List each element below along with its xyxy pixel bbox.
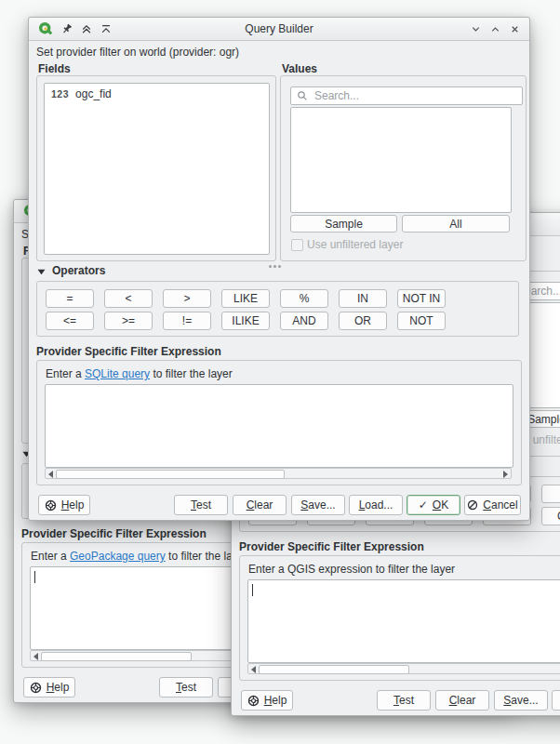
- splitter-handle[interactable]: [269, 265, 272, 268]
- fields-list[interactable]: 123 ogc_fid: [44, 83, 270, 255]
- all-button[interactable]: All: [402, 215, 510, 232]
- check-icon: ✓: [419, 498, 428, 512]
- text-cursor: [252, 584, 253, 596]
- horizontal-scrollbar[interactable]: [247, 663, 560, 674]
- op-eq-button[interactable]: =: [46, 289, 94, 308]
- op-in-button[interactable]: IN: [339, 289, 387, 308]
- test-button[interactable]: Test: [159, 677, 213, 698]
- titlebar[interactable]: Query Builder: [29, 18, 529, 41]
- load-button[interactable]: Load...: [552, 690, 560, 711]
- search-placeholder: Search...: [314, 89, 359, 102]
- collapse-icon[interactable]: [81, 23, 92, 34]
- op-like-button[interactable]: LIKE: [221, 289, 270, 308]
- save-button[interactable]: Save...: [494, 690, 548, 711]
- op-ge-button[interactable]: >=: [104, 312, 153, 330]
- op-or-button[interactable]: OR: [339, 312, 387, 330]
- help-button[interactable]: Help: [241, 690, 293, 711]
- scroll-left-arrow[interactable]: [33, 653, 38, 660]
- provider-expression-label: Provider Specific Filter Expression: [239, 540, 424, 553]
- fields-label: Fields: [38, 62, 71, 75]
- scroll-right-arrow[interactable]: [503, 471, 508, 478]
- expression-textarea[interactable]: [45, 384, 513, 468]
- help-icon: [30, 682, 42, 694]
- sample-button[interactable]: Sample: [290, 215, 397, 232]
- op-gt-button[interactable]: >: [163, 289, 211, 308]
- values-list[interactable]: [290, 107, 512, 213]
- search-icon: [297, 90, 308, 101]
- ok-button[interactable]: ✓OK: [407, 495, 460, 515]
- scrollbar-thumb[interactable]: [259, 665, 409, 674]
- maximize-icon[interactable]: [490, 24, 500, 34]
- close-icon[interactable]: [510, 24, 520, 34]
- qgis-logo-icon: [38, 21, 53, 36]
- help-button[interactable]: Help: [23, 677, 75, 698]
- query-builder-dialog: Query Builder Set provider filter on wor…: [28, 17, 530, 521]
- op-percent-button[interactable]: %: [280, 289, 328, 308]
- provider-expression-label: Provider Specific Filter Expression: [36, 345, 221, 358]
- test-button[interactable]: Test: [377, 690, 431, 711]
- expression-textarea[interactable]: [247, 579, 560, 663]
- op-lt-button[interactable]: <: [104, 289, 153, 308]
- op-in-button[interactable]: IN: [541, 485, 560, 503]
- values-label: Values: [282, 62, 317, 75]
- pin-icon[interactable]: [61, 23, 73, 34]
- help-button[interactable]: Help: [38, 495, 90, 515]
- op-ilike-button[interactable]: ILIKE: [221, 312, 270, 330]
- cancel-button[interactable]: Cancel: [464, 495, 521, 515]
- op-or-button[interactable]: OR: [541, 507, 560, 525]
- search-input[interactable]: Search...: [290, 86, 523, 105]
- load-button[interactable]: Load...: [349, 495, 403, 515]
- scrollbar-thumb[interactable]: [41, 652, 192, 661]
- field-name: ogc_fid: [75, 87, 112, 100]
- query-doc-link[interactable]: GeoPackage query: [70, 550, 166, 563]
- dock-top-icon[interactable]: [100, 23, 112, 34]
- provider-expression-label: Provider Specific Filter Expression: [21, 527, 207, 540]
- provider-subtitle: Set provider filter on world (provider: …: [36, 46, 239, 59]
- op-le-button[interactable]: <=: [46, 312, 94, 330]
- query-doc-link[interactable]: SQLite query: [85, 367, 150, 380]
- expression-hint: Enter a SQLite query to filter the layer: [46, 367, 233, 380]
- clear-button[interactable]: Clear: [435, 690, 489, 711]
- use-unfiltered-label: Use unfiltered layer: [307, 238, 403, 251]
- scroll-left-arrow[interactable]: [251, 666, 256, 673]
- help-icon: [247, 695, 260, 707]
- operators-label: Operators: [52, 264, 105, 277]
- operators-collapse-icon[interactable]: [37, 268, 46, 276]
- scroll-left-arrow[interactable]: [48, 471, 53, 478]
- op-and-button[interactable]: AND: [280, 312, 328, 330]
- cancel-icon: [467, 499, 478, 511]
- expression-hint: Enter a QGIS expression to filter the la…: [248, 563, 455, 576]
- expression-hint: Enter a GeoPackage query to filter the l…: [31, 550, 247, 563]
- help-icon: [45, 499, 57, 512]
- text-cursor: [34, 571, 35, 583]
- desktop: Query Builder Set provider filter on wor…: [0, 0, 560, 744]
- field-item[interactable]: 123 ogc_fid: [45, 84, 269, 104]
- test-button[interactable]: Test: [174, 495, 228, 515]
- op-not-button[interactable]: NOT: [397, 312, 446, 330]
- shade-icon[interactable]: [471, 24, 481, 34]
- save-button[interactable]: Save...: [291, 495, 345, 515]
- op-ne-button[interactable]: !=: [163, 312, 211, 330]
- integer-field-icon: 123: [51, 88, 69, 100]
- clear-button[interactable]: Clear: [233, 495, 287, 515]
- use-unfiltered-checkbox[interactable]: [291, 239, 303, 251]
- scrollbar-thumb[interactable]: [56, 470, 285, 479]
- op-notin-button[interactable]: NOT IN: [397, 289, 446, 308]
- horizontal-scrollbar[interactable]: [45, 468, 512, 479]
